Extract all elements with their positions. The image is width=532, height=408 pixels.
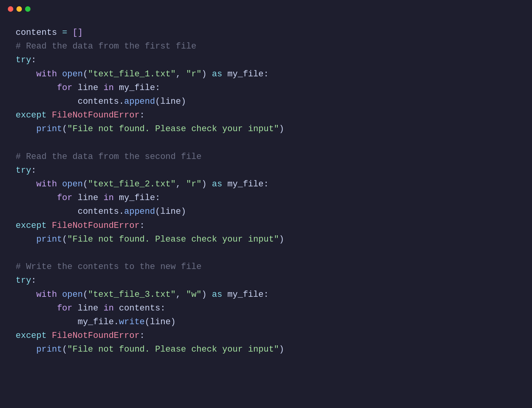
code-line-1: contents = [] xyxy=(16,26,516,40)
code-line-18: # Write the contents to the new file xyxy=(16,260,516,274)
code-line-22: my_file.write(line) xyxy=(16,315,516,329)
code-line-8: print("File not found. Please check your… xyxy=(16,122,516,136)
code-line-15: except FileNotFoundError: xyxy=(16,219,516,233)
code-line-9 xyxy=(16,136,516,150)
code-line-19: try: xyxy=(16,274,516,287)
code-line-24: print("File not found. Please check your… xyxy=(16,343,516,356)
code-line-21: for line in contents: xyxy=(16,301,516,315)
code-line-7: except FileNotFoundError: xyxy=(16,108,516,122)
minimize-button[interactable] xyxy=(16,6,22,12)
code-line-5: for line in my_file: xyxy=(16,81,516,95)
code-line-16: print("File not found. Please check your… xyxy=(16,233,516,246)
fullscreen-button[interactable] xyxy=(25,6,31,12)
code-line-20: with open("text_file_3.txt", "w") as my_… xyxy=(16,288,516,301)
title-bar xyxy=(0,0,532,18)
code-line-2: # Read the data from the first file xyxy=(16,40,516,53)
code-editor: contents = [] # Read the data from the f… xyxy=(0,18,532,365)
code-line-12: with open("text_file_2.txt", "r") as my_… xyxy=(16,177,516,191)
code-line-11: try: xyxy=(16,164,516,177)
code-line-17 xyxy=(16,246,516,260)
code-line-6: contents.append(line) xyxy=(16,95,516,108)
traffic-lights xyxy=(8,6,31,12)
code-line-3: try: xyxy=(16,53,516,67)
code-line-23: except FileNotFoundError: xyxy=(16,329,516,343)
code-line-4: with open("text_file_1.txt", "r") as my_… xyxy=(16,67,516,81)
code-line-14: contents.append(line) xyxy=(16,205,516,218)
window: contents = [] # Read the data from the f… xyxy=(0,0,532,408)
code-line-13: for line in my_file: xyxy=(16,191,516,205)
code-line-10: # Read the data from the second file xyxy=(16,150,516,164)
close-button[interactable] xyxy=(8,6,13,12)
